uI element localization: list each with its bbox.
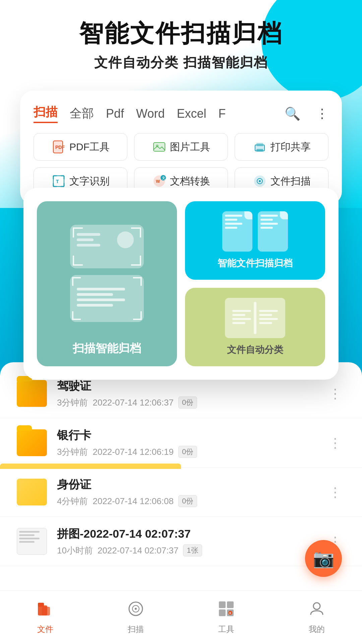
svg-text:文: 文 [162, 176, 165, 180]
nav-scan[interactable]: 扫描 [127, 600, 144, 635]
svg-rect-35 [219, 609, 226, 616]
file-scan-icon [252, 174, 267, 189]
folder-icon-3 [17, 479, 47, 505]
tab-scan[interactable]: 扫描 [34, 104, 58, 123]
doc-illus [70, 275, 144, 322]
file-badge-1: 0份 [178, 396, 197, 409]
print-tool-btn[interactable]: 打印共享 [235, 133, 328, 161]
svg-text:W: W [156, 179, 160, 184]
camera-fab-icon: 📷 [313, 548, 335, 569]
file-item[interactable]: 银行卡 3分钟前 2022-07-14 12:06:19 0份 ⋮ [0, 418, 362, 468]
svg-rect-33 [219, 601, 226, 608]
doc-thumb-4 [17, 528, 47, 555]
right-col: 智能文件扫描归档 [185, 201, 325, 366]
file-date-3: 2022-07-14 12:06:08 [93, 496, 173, 506]
file-name-3: 身份证 [57, 477, 325, 492]
file-meta-2: 3分钟前 2022-07-14 12:06:19 0份 [57, 446, 325, 458]
hero-section: 智能文件扫描归档 文件自动分类 扫描智能归档 [0, 20, 362, 72]
file-item[interactable]: 身份证 4分钟前 2022-07-14 12:06:08 0份 ⋮ [0, 468, 362, 517]
tab-all[interactable]: 全部 [70, 105, 94, 122]
hero-title: 智能文件扫描归档 [0, 20, 362, 47]
nav-mine[interactable]: 我的 [308, 600, 325, 635]
nav-files[interactable]: 文件 [37, 600, 54, 635]
tab-more[interactable]: F [218, 107, 226, 121]
tools-nav-icon: + [218, 600, 235, 621]
pdf-tool-label: PDF工具 [69, 140, 110, 154]
img-tool-btn[interactable]: 图片工具 [134, 133, 228, 161]
svg-text:PDF: PDF [55, 145, 65, 150]
file-info-3: 身份证 4分钟前 2022-07-14 12:06:08 0份 [57, 477, 325, 507]
file-more-1[interactable]: ⋮ [325, 382, 345, 405]
nav-files-label: 文件 [37, 624, 53, 635]
ocr-label: 文字识别 [69, 174, 110, 188]
file-badge-4: 1张 [183, 544, 202, 556]
smart-scan-cell[interactable]: 智能文件扫描归档 [185, 201, 325, 280]
file-time-3: 4分钟前 [57, 495, 88, 507]
svg-rect-28 [38, 603, 44, 607]
print-tool-label: 打印共享 [270, 140, 311, 154]
file-scan-label: 文件扫描 [270, 174, 311, 188]
file-name-1: 驾驶证 [57, 378, 325, 394]
popup-grid: 扫描智能归档 [37, 201, 325, 366]
scan-archive-label: 扫描智能归档 [73, 341, 141, 356]
file-meta-1: 3分钟前 2022-07-14 12:06:37 0份 [57, 396, 325, 409]
svg-rect-9 [256, 149, 263, 152]
book-illus [225, 298, 285, 338]
file-badge-2: 0份 [178, 446, 197, 458]
file-info-4: 拼图-2022-07-14 02:07:37 10小时前 2022-07-14 … [57, 526, 325, 556]
pdf-icon: PDF [51, 140, 66, 154]
id-card-illus [70, 225, 144, 268]
file-info-2: 银行卡 3分钟前 2022-07-14 12:06:19 0份 [57, 428, 325, 458]
nav-mine-label: 我的 [309, 624, 325, 635]
svg-point-32 [135, 608, 137, 610]
svg-text:T: T [56, 179, 59, 184]
folder-icon-1 [17, 380, 47, 407]
more-icon[interactable]: ⋮ [316, 106, 328, 121]
file-badge-3: 0份 [178, 495, 197, 507]
folder-icon-2 [17, 429, 47, 456]
smart-scan-label: 智能文件扫描归档 [218, 257, 293, 270]
file-time-1: 3分钟前 [57, 397, 88, 409]
mine-nav-icon [308, 600, 325, 621]
file-time-4: 10小时前 [57, 545, 93, 556]
svg-point-39 [313, 603, 320, 609]
img-tool-label: 图片工具 [170, 140, 210, 154]
svg-point-26 [259, 180, 261, 182]
popup-card: 扫描智能归档 [23, 188, 339, 380]
file-meta-3: 4分钟前 2022-07-14 12:06:08 0份 [57, 495, 325, 507]
file-name-2: 银行卡 [57, 428, 325, 443]
tab-word[interactable]: Word [136, 107, 165, 121]
file-name-4: 拼图-2022-07-14 02:07:37 [57, 526, 325, 542]
pdf-tool-btn[interactable]: PDF PDF工具 [34, 133, 127, 161]
file-date-1: 2022-07-14 12:06:37 [93, 397, 173, 408]
svg-rect-29 [42, 607, 50, 615]
svg-text:+: + [229, 611, 231, 615]
img-icon [152, 140, 167, 154]
svg-rect-3 [154, 143, 165, 151]
svg-rect-34 [227, 601, 234, 608]
auto-classify-cell[interactable]: 文件自动分类 [185, 288, 325, 366]
doc-convert-label: 文档转换 [170, 174, 210, 188]
svg-rect-8 [256, 143, 263, 146]
doc-convert-icon: W 文 [152, 174, 167, 189]
file-illus-2 [258, 211, 288, 252]
file-more-3[interactable]: ⋮ [325, 481, 345, 503]
scan-nav-icon [127, 600, 144, 621]
file-meta-4: 10小时前 2022-07-14 02:07:37 1张 [57, 544, 325, 556]
camera-fab[interactable]: 📷 [305, 540, 342, 577]
ocr-icon: T [51, 174, 66, 189]
file-date-2: 2022-07-14 12:06:19 [93, 447, 173, 457]
nav-tools-label: 工具 [218, 624, 234, 635]
tab-excel[interactable]: Excel [177, 107, 206, 121]
scan-archive-cell[interactable]: 扫描智能归档 [37, 201, 177, 366]
file-illus [222, 211, 288, 252]
search-icon[interactable]: 🔍 [285, 106, 300, 121]
files-nav-icon [37, 600, 54, 621]
file-more-2[interactable]: ⋮ [325, 432, 345, 454]
file-date-4: 2022-07-14 02:07:37 [98, 545, 178, 556]
nav-tools[interactable]: + 工具 [218, 600, 235, 635]
tabs-row: 扫描 全部 Pdf Word Excel F 🔍 ⋮ [34, 104, 328, 123]
hero-subtitle: 文件自动分类 扫描智能归档 [0, 53, 362, 72]
tab-pdf[interactable]: Pdf [106, 107, 124, 121]
tools-row: PDF PDF工具 图片工具 [34, 133, 328, 161]
